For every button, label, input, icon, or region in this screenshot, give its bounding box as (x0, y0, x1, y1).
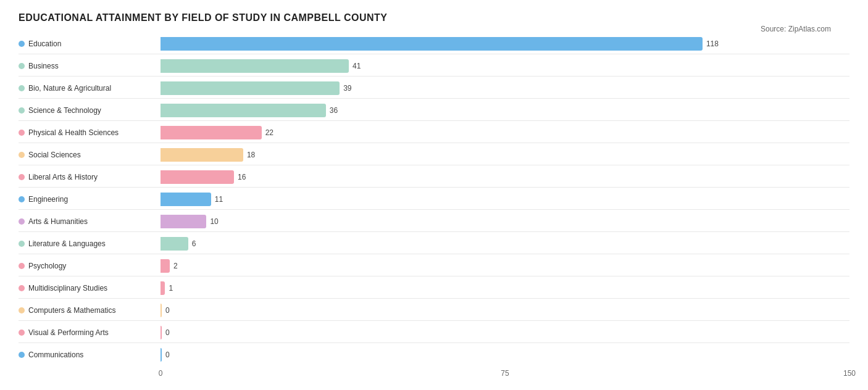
bar-value-label: 10 (210, 217, 218, 226)
bar-fill (161, 215, 206, 228)
bar-label: Psychology (19, 262, 161, 270)
x-tick-label: 75 (501, 369, 509, 378)
bar-label: Arts & Humanities (19, 217, 161, 226)
bar-fill (161, 81, 340, 95)
bar-track: 118 (161, 37, 849, 51)
bar-track: 0 (161, 326, 849, 339)
bar-label: Computers & Mathematics (19, 306, 161, 315)
bar-row: Psychology2 (19, 255, 849, 276)
bar-value-label: 22 (265, 128, 273, 137)
bar-row: Literature & Languages6 (19, 233, 849, 254)
bar-fill (161, 304, 162, 317)
bar-track: 36 (161, 104, 849, 117)
bar-track: 39 (161, 81, 849, 95)
bar-row: Bio, Nature & Agricultural39 (19, 78, 849, 99)
bar-dot-icon (19, 263, 25, 269)
chart-title: EDUCATIONAL ATTAINMENT BY FIELD OF STUDY… (19, 12, 849, 23)
bar-label: Engineering (19, 195, 161, 204)
bar-value-label: 2 (173, 262, 178, 270)
bar-dot-icon (19, 63, 25, 69)
bar-label-text: Education (28, 39, 61, 48)
bar-label-text: Literature & Languages (28, 239, 106, 248)
bar-label: Liberal Arts & History (19, 173, 161, 181)
bar-label: Communications (19, 351, 161, 359)
bar-label: Physical & Health Sciences (19, 128, 161, 137)
bar-label: Multidisciplinary Studies (19, 284, 161, 292)
bar-label-text: Physical & Health Sciences (28, 128, 119, 137)
bar-label: Literature & Languages (19, 239, 161, 248)
bar-value-label: 36 (330, 106, 338, 115)
bar-row: Science & Technology36 (19, 100, 849, 121)
bar-fill (161, 104, 326, 117)
bar-label: Science & Technology (19, 106, 161, 115)
bar-value-label: 41 (353, 62, 361, 70)
bar-track: 6 (161, 237, 849, 251)
bar-fill (161, 59, 349, 73)
bar-value-label: 1 (169, 284, 173, 292)
bars-container: Education118Business41Bio, Nature & Agri… (19, 33, 849, 365)
bar-row: Visual & Performing Arts0 (19, 322, 849, 343)
bar-fill (161, 148, 243, 162)
bar-dot-icon (19, 174, 25, 180)
bar-label-text: Psychology (28, 262, 66, 270)
bar-value-label: 0 (165, 328, 170, 337)
bar-fill (161, 193, 211, 206)
bar-label: Social Sciences (19, 151, 161, 159)
x-axis: 075150 (19, 369, 849, 381)
bar-value-label: 0 (165, 306, 170, 315)
x-tick-label: 0 (159, 369, 163, 378)
bar-dot-icon (19, 85, 25, 91)
bar-label: Education (19, 39, 161, 48)
bar-track: 0 (161, 348, 849, 362)
bar-label-text: Multidisciplinary Studies (28, 284, 107, 292)
bar-value-label: 16 (238, 173, 246, 181)
bar-track: 11 (161, 193, 849, 206)
bar-dot-icon (19, 196, 25, 202)
bar-fill (161, 126, 262, 139)
bar-label-text: Science & Technology (28, 106, 101, 115)
chart-area: Education118Business41Bio, Nature & Agri… (19, 33, 849, 381)
bar-row: Arts & Humanities10 (19, 211, 849, 232)
bar-row: Education118 (19, 33, 849, 54)
bar-label: Business (19, 62, 161, 70)
bar-dot-icon (19, 152, 25, 158)
bar-track: 2 (161, 259, 849, 273)
bar-label-text: Communications (28, 351, 83, 359)
bar-label-text: Bio, Nature & Agricultural (28, 84, 111, 93)
bar-label-text: Business (28, 62, 59, 70)
bar-dot-icon (19, 307, 25, 313)
bar-dot-icon (19, 285, 25, 291)
bar-track: 1 (161, 281, 849, 295)
bar-fill (161, 37, 703, 51)
bar-label-text: Arts & Humanities (28, 217, 88, 226)
bar-label-text: Visual & Performing Arts (28, 328, 109, 337)
bar-label-text: Liberal Arts & History (28, 173, 98, 181)
x-tick-label: 150 (843, 369, 856, 378)
bar-track: 22 (161, 126, 849, 139)
bar-fill (161, 170, 234, 184)
bar-track: 18 (161, 148, 849, 162)
bar-label-text: Social Sciences (28, 151, 81, 159)
bar-row: Computers & Mathematics0 (19, 300, 849, 321)
bar-label-text: Computers & Mathematics (28, 306, 115, 315)
bar-dot-icon (19, 107, 25, 114)
bar-track: 10 (161, 215, 849, 228)
source-label: Source: ZipAtlas.com (761, 25, 831, 33)
bar-value-label: 0 (165, 351, 170, 359)
bar-label: Bio, Nature & Agricultural (19, 84, 161, 93)
bar-value-label: 18 (247, 151, 255, 159)
bar-fill (161, 259, 170, 273)
bar-dot-icon (19, 330, 25, 336)
bar-track: 16 (161, 170, 849, 184)
bar-dot-icon (19, 130, 25, 136)
bar-value-label: 118 (706, 39, 719, 48)
bar-dot-icon (19, 352, 25, 358)
bar-label-text: Engineering (28, 195, 68, 204)
bar-fill (161, 237, 188, 251)
bar-fill (161, 281, 165, 295)
bar-row: Communications0 (19, 344, 849, 365)
bar-row: Social Sciences18 (19, 144, 849, 165)
bar-dot-icon (19, 41, 25, 47)
bar-row: Physical & Health Sciences22 (19, 122, 849, 143)
bar-track: 0 (161, 304, 849, 317)
